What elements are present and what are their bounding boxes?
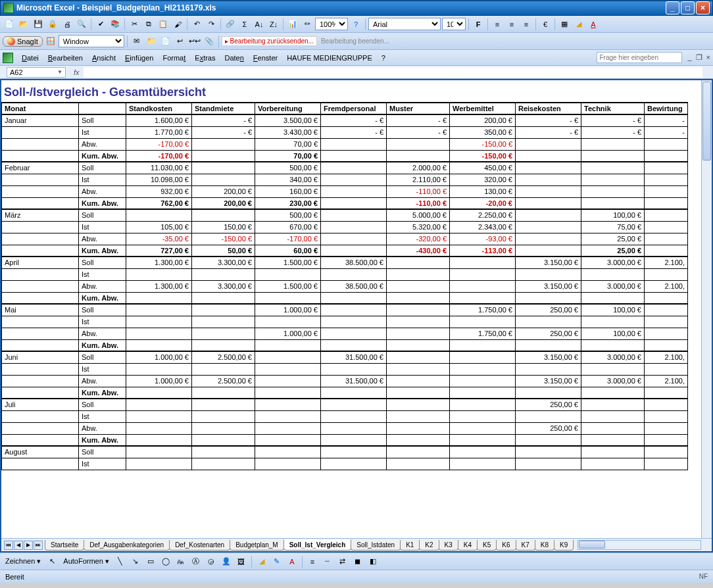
select-objects-icon[interactable]: ↖ [45, 555, 59, 568]
table-row[interactable]: Abw.1.300,00 €3.300,00 €1.500,00 €38.500… [2, 280, 688, 292]
wordart-icon[interactable]: Ⓐ [189, 555, 203, 568]
doc-icon[interactable]: 📄 [159, 35, 172, 48]
menu-haufe[interactable]: HAUFE MEDIENGRUPPE [282, 53, 377, 63]
chart-icon[interactable]: 📊 [286, 18, 299, 31]
column-header[interactable]: Werbemittel [450, 103, 516, 114]
doc-close-button[interactable]: × [706, 53, 710, 62]
cut-icon[interactable]: ✂ [128, 18, 141, 31]
reply-icon[interactable]: ↩ [174, 35, 187, 48]
line-weight-icon[interactable]: ≡ [306, 555, 319, 568]
redo-icon[interactable]: ↷ [205, 18, 218, 31]
table-row[interactable]: MaiSoll1.000,00 €1.750,00 €250,00 €100,0… [2, 304, 688, 316]
sheet-tab[interactable]: K2 [419, 540, 439, 551]
chevron-down-icon[interactable]: ▼ [57, 69, 62, 75]
review-return-button[interactable]: ▸ Bearbeitung zurücksenden... [222, 36, 317, 46]
align-right-icon[interactable]: ≡ [520, 18, 533, 31]
column-header[interactable]: Standmiete [192, 103, 255, 114]
menu-window[interactable]: Fenster [249, 53, 282, 63]
column-header[interactable]: Monat [2, 103, 79, 114]
autosum-icon[interactable]: Σ [238, 18, 251, 31]
tab-last-button[interactable]: ⏭ [34, 541, 43, 550]
drawing-menu[interactable]: Zeichnen ▾ [3, 557, 43, 566]
picture-icon[interactable]: 🖼 [235, 555, 248, 568]
menu-data[interactable]: Daten [220, 53, 248, 63]
open-icon[interactable]: 📂 [17, 18, 30, 31]
align-left-icon[interactable]: ≡ [491, 18, 504, 31]
table-row[interactable]: Abw.-35,00 €-150,00 €-170,00 €-320,00 €-… [2, 233, 688, 245]
sheet-tab[interactable]: Soll_Istdaten [351, 540, 401, 551]
copy-icon[interactable]: ⧉ [142, 18, 155, 31]
sheet-tab[interactable]: Def_Kostenarten [169, 540, 230, 551]
column-header[interactable]: Standkosten [126, 103, 192, 114]
column-header[interactable]: Technik [581, 103, 645, 114]
sheet-tab[interactable]: K4 [458, 540, 478, 551]
rectangle-icon[interactable]: ▭ [144, 555, 157, 568]
3d-icon[interactable]: ◧ [366, 555, 380, 568]
table-row[interactable]: Ist [2, 410, 688, 422]
table-row[interactable]: Abw.-170,00 €70,00 €-150,00 € [2, 138, 688, 150]
column-header[interactable]: Fremdpersonal [321, 103, 387, 114]
menu-format[interactable]: Format [158, 53, 190, 63]
table-row[interactable]: Ist [2, 363, 688, 375]
menu-help[interactable]: ? [377, 53, 390, 63]
table-row[interactable]: Kum. Abw. [2, 292, 688, 304]
table-row[interactable]: Kum. Abw. [2, 434, 688, 446]
menu-edit[interactable]: Bearbeiten [43, 53, 87, 63]
folder-icon[interactable]: 📁 [145, 35, 158, 48]
menu-file[interactable]: Datei [17, 53, 43, 63]
column-header[interactable]: Muster [387, 103, 450, 114]
oval-icon[interactable]: ◯ [159, 555, 172, 568]
mail-icon[interactable]: ✉ [130, 35, 143, 48]
menu-insert[interactable]: Einfügen [120, 53, 158, 63]
sheet-tab[interactable]: K3 [439, 540, 458, 551]
help-search-input[interactable] [597, 52, 682, 63]
font-size-select[interactable]: 10 [442, 18, 466, 30]
sheet-tab[interactable]: Startseite [45, 540, 84, 551]
table-row[interactable]: JanuarSoll1.600,00 €- €3.500,00 €- €- €2… [2, 114, 688, 126]
horizontal-scrollbar[interactable] [578, 540, 701, 550]
table-row[interactable]: JuliSoll250,00 € [2, 399, 688, 410]
diagram-icon[interactable]: ◶ [205, 555, 218, 568]
paste-icon[interactable]: 📋 [157, 18, 170, 31]
line-color-icon[interactable]: ✎ [270, 555, 283, 568]
workbook-icon[interactable] [3, 53, 13, 63]
table-row[interactable]: FebruarSoll11.030,00 €500,00 €2.000,00 €… [2, 162, 688, 174]
dash-style-icon[interactable]: ┈ [321, 555, 334, 568]
borders-icon[interactable]: ▦ [558, 18, 571, 31]
undo-icon[interactable]: ↶ [190, 18, 203, 31]
doc-minimize-button[interactable]: _ [687, 53, 691, 62]
table-row[interactable]: Kum. Abw.727,00 €50,00 €60,00 €-430,00 €… [2, 245, 688, 257]
sheet-tab[interactable]: K7 [516, 540, 535, 551]
print-preview-icon[interactable]: 🔍 [75, 18, 88, 31]
table-row[interactable]: Ist [2, 458, 688, 470]
spreadsheet-grid[interactable]: MonatStandkostenStandmieteVorbereitungFr… [1, 102, 688, 470]
sheet-tab[interactable]: Budgetplan_M [230, 540, 284, 551]
tab-next-button[interactable]: ▶ [24, 541, 33, 550]
sheet-tab[interactable]: K6 [496, 540, 516, 551]
column-header[interactable] [79, 103, 126, 114]
textbox-icon[interactable]: 🗛 [174, 555, 187, 568]
name-box[interactable]: A62▼ [7, 67, 66, 78]
maximize-button[interactable]: □ [681, 1, 695, 14]
sheet-tab[interactable]: Def_Ausgabenkategorien [84, 540, 170, 551]
review-end-button[interactable]: Bearbeitung beenden... [318, 37, 392, 45]
table-row[interactable]: JuniSoll1.000,00 €2.500,00 €31.500,00 €3… [2, 351, 688, 363]
table-row[interactable]: Ist [2, 316, 688, 328]
menu-view[interactable]: Ansicht [87, 53, 120, 63]
table-row[interactable]: Ist105,00 €150,00 €670,00 €5.320,00 €2.3… [2, 221, 688, 233]
minimize-button[interactable]: _ [666, 1, 679, 14]
spellcheck-icon[interactable]: ✔ [94, 18, 107, 31]
tab-prev-button[interactable]: ◀ [14, 541, 23, 550]
new-icon[interactable]: 📄 [3, 18, 16, 31]
font-color-draw-icon[interactable]: A [285, 555, 299, 568]
table-row[interactable]: Abw.250,00 € [2, 422, 688, 434]
sort-asc-icon[interactable]: A↓ [253, 18, 266, 31]
fill-color-icon[interactable]: ◢ [572, 18, 585, 31]
currency-icon[interactable]: € [539, 18, 552, 31]
research-icon[interactable]: 📚 [109, 18, 122, 31]
reply-all-icon[interactable]: ↩↩ [188, 35, 201, 48]
sheet-tab[interactable]: K8 [535, 540, 554, 551]
shadow-icon[interactable]: ◼ [351, 555, 364, 568]
snagit-window-icon[interactable]: 🪟 [44, 35, 57, 48]
font-color-icon[interactable]: A [587, 18, 600, 31]
